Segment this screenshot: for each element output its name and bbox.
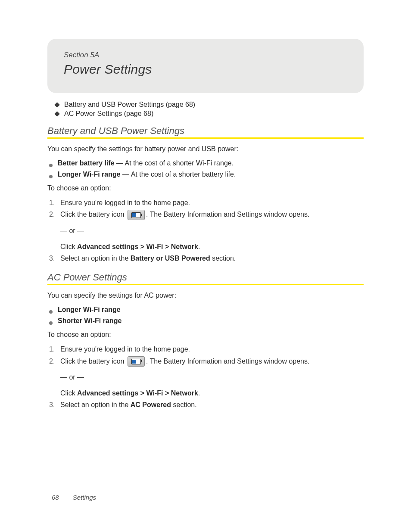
- bullet-text: Longer Wi-Fi range — At the cost of a sh…: [58, 169, 236, 180]
- bullet-list: Longer Wi-Fi range Shorter Wi-Fi range: [47, 304, 364, 326]
- diamond-icon: [54, 111, 60, 117]
- bullet-rest: — At the cost of a shorter battery life.: [121, 171, 236, 178]
- bullet-item: Better battery life — At the cost of a s…: [49, 158, 364, 169]
- step-alt: Click Advanced settings > Wi-Fi > Networ…: [60, 387, 364, 399]
- battery-shell-icon: [131, 359, 141, 364]
- ordered-steps: 1. Ensure you're logged in to the home p…: [47, 343, 364, 411]
- battery-fill-icon: [132, 213, 136, 217]
- page-footer: 68 Settings: [52, 494, 96, 501]
- step-or: — or —: [60, 371, 364, 383]
- step-pre: Click the battery icon: [60, 211, 126, 218]
- disc-icon: [49, 175, 53, 178]
- heading-battery-usb: Battery and USB Power Settings: [47, 125, 364, 137]
- diamond-icon: [54, 102, 60, 108]
- step-item: 1. Ensure you're logged in to the home p…: [49, 197, 364, 208]
- step-post: . The Battery Information and Settings w…: [146, 211, 309, 218]
- heading-divider: [47, 137, 364, 139]
- step-item: 2. Click the battery icon . The Battery …: [49, 355, 364, 399]
- bullet-list: Better battery life — At the cost of a s…: [47, 158, 364, 180]
- toc-text: AC Power Settings (page 68): [64, 110, 153, 118]
- step-text: Ensure you're logged in to the home page…: [60, 343, 364, 355]
- bullet-item: Shorter Wi-Fi range: [49, 315, 364, 327]
- step-pre: Select an option in the: [60, 255, 131, 262]
- heading-divider: [47, 284, 364, 285]
- toc-text: Battery and USB Power Settings (page 68): [64, 101, 195, 109]
- step-post: . The Battery Information and Settings w…: [146, 358, 309, 365]
- heading-ac-power: AC Power Settings: [47, 272, 364, 283]
- step-number: 2.: [49, 355, 60, 399]
- step-post: section.: [210, 255, 236, 262]
- step-item: 1. Ensure you're logged in to the home p…: [49, 343, 364, 355]
- battery-icon: [128, 210, 145, 220]
- step-number: 1.: [49, 343, 60, 355]
- step-text: Click the battery icon . The Battery Inf…: [60, 355, 364, 399]
- step-period: .: [198, 389, 200, 397]
- step-number: 3.: [49, 399, 60, 411]
- bullet-item: Longer Wi-Fi range: [49, 304, 364, 315]
- step-alt: Click Advanced settings > Wi-Fi > Networ…: [60, 241, 364, 252]
- toc-list: Battery and USB Power Settings (page 68)…: [47, 101, 364, 118]
- step-number: 3.: [49, 252, 60, 264]
- bullet-rest: — At the cost of a shorter Wi-Fi range.: [115, 159, 234, 167]
- section-label: Section 5A: [64, 51, 347, 59]
- bullet-text: Better battery life — At the cost of a s…: [58, 158, 234, 169]
- step-text: Ensure you're logged in to the home page…: [60, 197, 364, 208]
- battery-icon: [128, 356, 145, 367]
- section-title: Power Settings: [64, 62, 347, 77]
- intro-paragraph: You can specify the settings for battery…: [47, 144, 364, 154]
- step-click: Click: [60, 389, 77, 397]
- step-item: 3. Select an option in the Battery or US…: [49, 252, 364, 264]
- page-number: 68: [52, 494, 59, 501]
- step-number: 1.: [49, 197, 60, 208]
- battery-fill-icon: [132, 360, 136, 364]
- step-bold: Battery or USB Powered: [131, 255, 210, 262]
- bullet-bold: Shorter Wi-Fi range: [58, 317, 121, 324]
- disc-icon: [49, 164, 53, 167]
- step-click: Click: [60, 243, 77, 250]
- step-pre: Select an option in the: [60, 401, 131, 408]
- choose-label: To choose an option:: [47, 183, 364, 193]
- step-number: 2.: [49, 208, 60, 252]
- disc-icon: [49, 310, 53, 314]
- step-text: Select an option in the Battery or USB P…: [60, 252, 364, 264]
- nav-path: Advanced settings > Wi-Fi > Network: [77, 243, 198, 250]
- step-bold: AC Powered: [131, 401, 171, 408]
- disc-icon: [49, 321, 53, 325]
- step-text: Click the battery icon . The Battery Inf…: [60, 208, 364, 252]
- section-header-box: Section 5A Power Settings: [47, 39, 364, 93]
- ordered-steps: 1. Ensure you're logged in to the home p…: [47, 197, 364, 264]
- step-period: .: [198, 243, 200, 250]
- bullet-text: Longer Wi-Fi range: [58, 304, 121, 315]
- battery-shell-icon: [131, 212, 141, 218]
- bullet-bold: Better battery life: [58, 159, 115, 167]
- toc-item: Battery and USB Power Settings (page 68): [55, 101, 364, 109]
- footer-chapter: Settings: [73, 494, 96, 501]
- step-pre: Click the battery icon: [60, 358, 126, 365]
- bullet-bold: Longer Wi-Fi range: [58, 171, 121, 178]
- bullet-text: Shorter Wi-Fi range: [58, 315, 121, 327]
- bullet-item: Longer Wi-Fi range — At the cost of a sh…: [49, 169, 364, 180]
- toc-item: AC Power Settings (page 68): [55, 110, 364, 118]
- intro-paragraph: You can specify the settings for AC powe…: [47, 290, 364, 301]
- choose-label: To choose an option:: [47, 330, 364, 340]
- nav-path: Advanced settings > Wi-Fi > Network: [77, 389, 198, 397]
- step-post: section.: [171, 401, 197, 408]
- step-item: 2. Click the battery icon . The Battery …: [49, 208, 364, 252]
- step-or: — or —: [60, 225, 364, 236]
- bullet-bold: Longer Wi-Fi range: [58, 306, 121, 313]
- step-item: 3. Select an option in the AC Powered se…: [49, 399, 364, 411]
- step-text: Select an option in the AC Powered secti…: [60, 399, 364, 411]
- document-page: Section 5A Power Settings Battery and US…: [0, 0, 411, 532]
